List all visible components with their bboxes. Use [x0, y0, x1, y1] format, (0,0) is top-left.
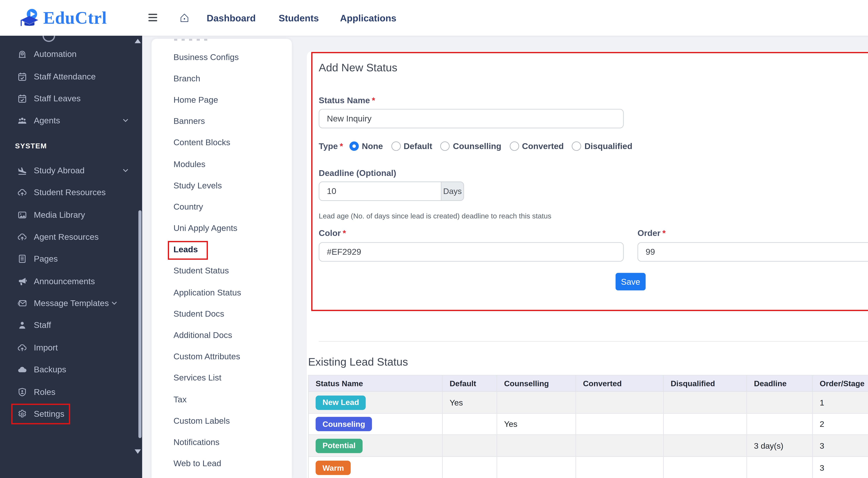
sidebar-item-staff-attendance[interactable]: Staff Attendance — [0, 65, 142, 88]
settings-menu-item-country[interactable]: Country — [152, 196, 292, 217]
document-icon — [17, 254, 27, 264]
sidebar-item-announcements[interactable]: Announcements — [0, 270, 142, 292]
status-badge: Potential — [316, 439, 363, 453]
settings-menu-item-additional-docs[interactable]: Additional Docs — [152, 324, 292, 346]
radio-counselling[interactable] — [440, 141, 450, 151]
sidebar-item-agent-resources[interactable]: Agent Resources — [0, 226, 142, 248]
settings-menu-item-branch[interactable]: Branch — [152, 68, 292, 89]
sidebar-item-agents[interactable]: Agents — [0, 110, 142, 132]
settings-menu-item-application-status[interactable]: Application Status — [152, 282, 292, 303]
color-label: Color* — [319, 228, 346, 238]
table-row: Warm 3 — [309, 457, 868, 478]
settings-menu-item-custom-attributes[interactable]: Custom Attributes — [152, 346, 292, 367]
graduation-cap-icon — [18, 8, 41, 28]
sidebar-item-automation[interactable]: Automation — [0, 43, 142, 65]
sidebar-item-media-library[interactable]: Media Library — [0, 204, 142, 226]
color-input[interactable] — [319, 242, 624, 262]
chevron-down-icon — [111, 300, 118, 307]
sidebar-item-message-templates[interactable]: Message Templates — [0, 292, 142, 314]
status-badge: Counseling — [316, 417, 372, 431]
order-label: Order* — [638, 228, 665, 238]
settings-menu-item-modules[interactable]: Modules — [152, 153, 292, 175]
home-icon[interactable] — [180, 13, 189, 23]
sidebar-item-staff[interactable]: Staff — [0, 314, 142, 337]
sidebar-item-import[interactable]: Import — [0, 337, 142, 359]
status-badge: Warm — [316, 460, 351, 475]
settings-menu-item-content-blocks[interactable]: Content Blocks — [152, 132, 292, 153]
radio-converted[interactable] — [509, 141, 519, 151]
settings-menu-item-tax[interactable]: Tax — [152, 389, 292, 410]
lead-status-table: Status Name Default Counselling Converte… — [308, 375, 868, 478]
status-badge: New Lead — [316, 395, 366, 410]
settings-menu-item-notifications[interactable]: Notifications — [152, 432, 292, 453]
section-divider — [319, 341, 868, 342]
radio-none[interactable] — [349, 141, 359, 151]
type-radio-group: Type* None Default Counselling Converted… — [319, 139, 641, 153]
settings-menu-item-custom-labels[interactable]: Custom Labels — [152, 410, 292, 431]
topbar: EduCtrl Dashboard Students Applications … — [0, 0, 868, 36]
radio-disqualified[interactable] — [572, 141, 581, 151]
table-row: Counseling Yes 2 — [309, 414, 868, 435]
settings-menu-item-home-page[interactable]: Home Page — [152, 89, 292, 110]
hamburger-icon[interactable] — [148, 14, 157, 21]
sidebar-item-roles[interactable]: Roles — [0, 381, 142, 403]
cloud-upload-icon — [17, 232, 27, 242]
nav-students[interactable]: Students — [279, 0, 319, 36]
deadline-input[interactable] — [319, 182, 441, 201]
settings-menu-item-services-list[interactable]: Services List — [152, 367, 292, 389]
sidebar-scroll-down-arrow[interactable] — [135, 449, 141, 454]
settings-menu-item-banners[interactable]: Banners — [152, 110, 292, 132]
cloud-icon — [17, 365, 27, 375]
chevron-down-icon — [122, 117, 129, 124]
settings-menu-item-student-docs[interactable]: Student Docs — [152, 303, 292, 324]
calendar-check-icon — [17, 94, 27, 103]
sidebar-scrollbar-thumb[interactable] — [138, 210, 142, 438]
table-row: Potential 3 day(s) 3 — [309, 435, 868, 457]
sidebar-item-study-abroad[interactable]: Study Abroad — [0, 159, 142, 182]
order-input[interactable] — [638, 242, 868, 262]
settings-menu-item-study-levels[interactable]: Study Levels — [152, 175, 292, 196]
plane-icon — [17, 166, 27, 175]
person-icon — [17, 321, 27, 330]
logo[interactable]: EduCtrl — [18, 8, 107, 28]
app-root: EduCtrl Dashboard Students Applications … — [0, 0, 868, 478]
settings-menu-item-student-status[interactable]: Student Status — [152, 260, 292, 282]
automation-icon — [17, 50, 27, 59]
save-button[interactable]: Save — [616, 273, 646, 290]
status-name-input[interactable] — [319, 109, 624, 128]
radio-default[interactable] — [391, 141, 401, 151]
required-asterisk: * — [372, 96, 375, 105]
type-label: Type* — [319, 141, 343, 151]
table-header-row: Status Name Default Counselling Converte… — [309, 376, 868, 392]
envelope-icon — [17, 298, 27, 308]
settings-menu-item-web-to-lead[interactable]: Web to Lead — [152, 453, 292, 474]
leads-annotation-box — [168, 241, 208, 260]
required-asterisk: * — [340, 141, 343, 151]
status-name-label: Status Name* — [319, 96, 375, 105]
cloud-upload-icon — [17, 343, 27, 352]
sidebar-scroll-up-arrow[interactable] — [135, 39, 141, 43]
nav-applications[interactable]: Applications — [340, 0, 397, 36]
sidebar-item-backups[interactable]: Backups — [0, 359, 142, 381]
sidebar-item-pages[interactable]: Pages — [0, 248, 142, 270]
calendar-check-icon — [17, 72, 27, 81]
deadline-help-text: Lead age (No. of days since lead is crea… — [319, 212, 551, 220]
required-asterisk: * — [662, 228, 666, 238]
settings-annotation-box — [11, 404, 70, 424]
sidebar-item-staff-leaves[interactable]: Staff Leaves — [0, 88, 142, 110]
deadline-unit-addon: Days — [441, 182, 464, 201]
id-badge-icon — [17, 387, 27, 396]
sidebar-item-student-resources[interactable]: Student Resources — [0, 182, 142, 204]
table-row: New Lead Yes 1 — [309, 392, 868, 414]
settings-menu-item-business-configs[interactable]: Business Configs — [152, 46, 292, 68]
sidebar: Automation Staff Attendance Staff Leaves… — [0, 36, 142, 478]
deadline-group: Days — [319, 182, 464, 201]
deadline-label: Deadline (Optional) — [319, 168, 396, 178]
people-icon — [17, 116, 27, 125]
settings-submenu: Business Configs Branch Home Page Banner… — [152, 39, 292, 478]
image-icon — [17, 210, 27, 219]
nav-dashboard[interactable]: Dashboard — [207, 0, 256, 36]
form-title: Add New Status — [319, 61, 397, 74]
settings-menu-item-uni-apply-agents[interactable]: Uni Apply Agents — [152, 218, 292, 239]
main-content: Add New Status Status Name* Type* None D… — [307, 51, 868, 478]
